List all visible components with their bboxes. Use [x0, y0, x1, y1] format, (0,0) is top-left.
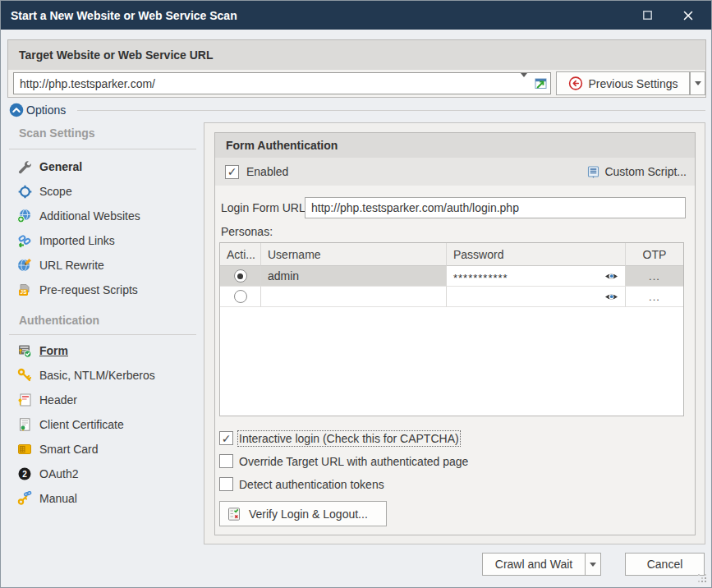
form-authentication-title: Form Authentication	[226, 139, 338, 152]
interactive-login-checkbox[interactable]	[219, 431, 233, 445]
column-header-otp[interactable]: OTP	[626, 243, 683, 266]
otp-cell-button[interactable]: ...	[626, 266, 683, 287]
sidebar-item-label: Header	[39, 393, 77, 407]
persona-row-2[interactable]: ...	[220, 287, 683, 307]
sidebar-item-additional-websites[interactable]: Additional Websites	[17, 206, 140, 226]
sidebar-item-label: Pre-request Scripts	[39, 283, 138, 296]
active-cell	[220, 287, 261, 307]
personas-table: Acti... Username Password OTP admin ****…	[219, 242, 684, 416]
sidebar-item-label: Additional Websites	[39, 209, 140, 223]
header-key-icon	[17, 393, 32, 407]
previous-settings-button[interactable]: Previous Settings	[556, 71, 690, 95]
enabled-label: Enabled	[246, 165, 288, 178]
open-in-browser-icon[interactable]	[533, 76, 548, 91]
custom-script-label: Custom Script...	[604, 165, 687, 178]
interactive-login-label: Interactive login (Check this for CAPTCH…	[239, 432, 459, 445]
target-url-combo[interactable]	[13, 72, 551, 94]
override-target-url-checkbox[interactable]	[219, 454, 233, 468]
otp-cell-button[interactable]: ...	[626, 287, 683, 307]
sidebar-item-label: OAuth2	[39, 467, 78, 480]
chain-link-import-icon	[17, 233, 32, 248]
login-form-url-label: Login Form URL:	[221, 201, 309, 214]
enabled-row: Enabled Custom Script...	[215, 158, 695, 186]
form-authentication-header: Form Authentication	[215, 133, 695, 158]
js-script-icon: JS	[17, 283, 32, 297]
sidebar-item-form[interactable]: Form	[17, 341, 68, 361]
previous-settings-dropdown-button[interactable]	[690, 71, 705, 95]
password-reveal-eye-icon[interactable]	[604, 289, 618, 304]
close-button[interactable]	[670, 1, 706, 30]
target-url-group-title: Target Website or Web Service URL	[19, 48, 214, 62]
oauth2-icon: 2	[17, 466, 32, 481]
collapse-chevron-icon	[9, 103, 24, 117]
scan-dialog-window: Start a New Website or Web Service Scan …	[0, 0, 712, 588]
sidebar-item-label: Smart Card	[39, 443, 99, 456]
sidebar-item-label: Client Certificate	[39, 418, 124, 431]
scope-target-icon	[17, 184, 32, 199]
sidebar-item-general[interactable]: General	[17, 157, 82, 177]
username-cell[interactable]: admin	[261, 266, 447, 287]
close-icon	[681, 8, 696, 23]
sidebar-item-label: Form	[39, 344, 68, 357]
sidebar-item-label: Imported Links	[39, 234, 115, 247]
verify-login-logout-label: Verify Login & Logout...	[249, 508, 368, 521]
password-reveal-eye-icon[interactable]	[604, 269, 618, 283]
crawl-and-wait-label: Crawl and Wait	[495, 558, 572, 571]
detect-auth-tokens-label: Detect authentication tokens	[239, 478, 384, 491]
username-cell[interactable]	[261, 287, 447, 307]
login-form-url-input[interactable]	[305, 197, 686, 218]
custom-script-button[interactable]: Custom Script...	[586, 164, 687, 179]
sidebar-item-label: General	[39, 160, 82, 173]
sidebar-item-smart-card[interactable]: Smart Card	[17, 439, 99, 459]
detect-auth-tokens-option[interactable]: Detect authentication tokens	[219, 477, 384, 491]
column-header-username[interactable]: Username	[261, 243, 447, 266]
wrench-icon	[17, 159, 32, 174]
sidebar-item-imported-links[interactable]: Imported Links	[17, 231, 115, 250]
sidebar-item-url-rewrite[interactable]: URL Rewrite	[17, 255, 104, 275]
column-header-password[interactable]: Password	[447, 243, 626, 266]
active-radio[interactable]	[234, 290, 247, 303]
custom-script-icon	[586, 164, 600, 179]
sidebar-item-manual[interactable]: Manual	[17, 489, 77, 508]
previous-settings-label: Previous Settings	[589, 77, 678, 90]
smart-card-icon	[17, 442, 32, 457]
sidebar-divider-2	[9, 334, 196, 335]
active-cell	[220, 266, 261, 287]
maximize-button[interactable]	[629, 1, 665, 30]
cancel-button[interactable]: Cancel	[625, 553, 705, 576]
sidebar-section-scan-settings: Scan Settings	[19, 126, 95, 140]
maximize-icon	[640, 8, 655, 23]
sidebar-item-oauth2[interactable]: 2 OAuth2	[17, 464, 78, 484]
target-url-input[interactable]	[14, 77, 515, 90]
target-url-groupbox: Target Website or Web Service URL	[7, 39, 706, 98]
title-bar: Start a New Website or Web Service Scan	[1, 1, 712, 30]
sidebar-item-header[interactable]: Header	[17, 390, 77, 410]
sidebar-item-label: URL Rewrite	[39, 259, 104, 272]
crawl-and-wait-dropdown-button[interactable]	[585, 553, 601, 576]
form-auth-icon	[17, 343, 32, 358]
sidebar-item-scope[interactable]: Scope	[17, 181, 72, 201]
sidebar-item-client-certificate[interactable]: Client Certificate	[17, 415, 124, 434]
options-toggle[interactable]: Options	[9, 102, 66, 118]
persona-row-1[interactable]: admin *********** ...	[220, 266, 683, 287]
target-url-dropdown-arrow[interactable]	[515, 77, 533, 90]
password-cell[interactable]: ***********	[447, 266, 626, 287]
personas-label: Personas:	[221, 225, 273, 238]
sidebar-item-basic-ntlm-kerberos[interactable]: Basic, NTLM/Kerberos	[17, 365, 155, 385]
override-target-url-option[interactable]: Override Target URL with authenticated p…	[219, 454, 468, 468]
enabled-checkbox[interactable]	[225, 165, 239, 179]
verify-login-logout-button[interactable]: Verify Login & Logout...	[219, 501, 387, 526]
password-cell[interactable]	[447, 287, 626, 307]
resize-grip[interactable]	[698, 574, 700, 576]
personas-table-header: Acti... Username Password OTP	[220, 243, 683, 266]
cancel-label: Cancel	[647, 558, 683, 571]
interactive-login-option[interactable]: Interactive login (Check this for CAPTCH…	[219, 431, 459, 445]
svg-text:2: 2	[22, 470, 27, 479]
column-header-active[interactable]: Acti...	[220, 243, 261, 266]
sidebar-item-pre-request-scripts[interactable]: JS Pre-request Scripts	[17, 280, 138, 300]
password-masked-value: ***********	[453, 268, 508, 284]
crawl-and-wait-button[interactable]: Crawl and Wait	[482, 553, 586, 576]
detect-auth-tokens-checkbox[interactable]	[219, 477, 233, 491]
sidebar-divider-1	[9, 149, 196, 149]
active-radio[interactable]	[234, 269, 247, 283]
